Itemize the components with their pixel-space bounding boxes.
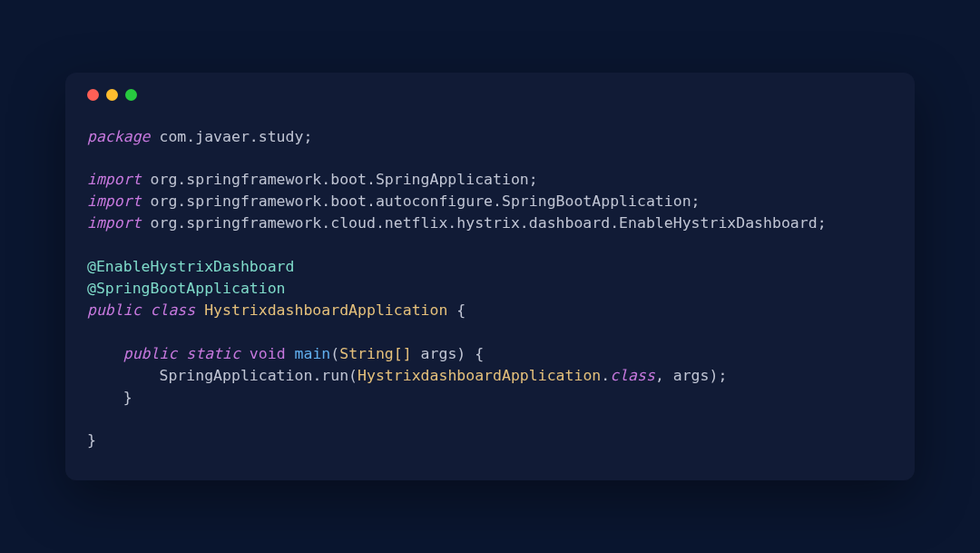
indent <box>87 367 159 384</box>
keyword-void: void <box>240 345 295 362</box>
spring-application: SpringApplication <box>159 367 312 384</box>
method-main: main <box>295 345 331 362</box>
space <box>142 301 151 319</box>
comma-args-close: , args); <box>655 367 727 384</box>
dot: . <box>601 367 610 384</box>
minimize-icon[interactable] <box>106 89 118 101</box>
keyword-public: public <box>123 345 178 362</box>
brace-close-inner: } <box>87 389 132 406</box>
code-window: package com.javaer.study; import org.spr… <box>65 73 915 481</box>
dot-run: .run( <box>312 367 358 384</box>
package-path: com.javaer.study; <box>151 128 313 145</box>
paren-open: ( <box>330 345 339 362</box>
keyword-import: import <box>87 214 142 232</box>
brace-open: { <box>456 301 466 319</box>
class-name: HystrixdashboardApplication <box>195 301 456 319</box>
annotation-springboot: @SpringBootApplication <box>87 280 286 297</box>
annotation-enable-hystrix: @EnableHystrixDashboard <box>87 258 294 275</box>
import-path-3: org.springframework.cloud.netflix.hystri… <box>142 214 827 232</box>
close-icon[interactable] <box>87 89 99 101</box>
code-content: package com.javaer.study; import org.spr… <box>87 126 893 452</box>
param-args: args <box>421 345 457 362</box>
keyword-package: package <box>87 128 151 145</box>
import-path-1: org.springframework.boot.SpringApplicati… <box>142 171 538 188</box>
class-literal: class <box>610 367 655 384</box>
window-controls <box>87 89 893 101</box>
brace-close-outer: } <box>87 431 96 449</box>
keyword-class: class <box>151 301 196 319</box>
maximize-icon[interactable] <box>125 89 137 101</box>
class-ref: HystrixdashboardApplication <box>358 367 601 384</box>
keyword-import: import <box>87 193 142 210</box>
import-path-2: org.springframework.boot.autoconfigure.S… <box>142 193 701 210</box>
paren-close-brace: ) { <box>456 345 484 362</box>
space <box>177 345 186 362</box>
keyword-import: import <box>87 171 142 188</box>
keyword-static: static <box>186 345 240 362</box>
keyword-public: public <box>87 301 142 319</box>
type-string-array: String[] <box>339 345 420 362</box>
indent <box>87 345 123 362</box>
